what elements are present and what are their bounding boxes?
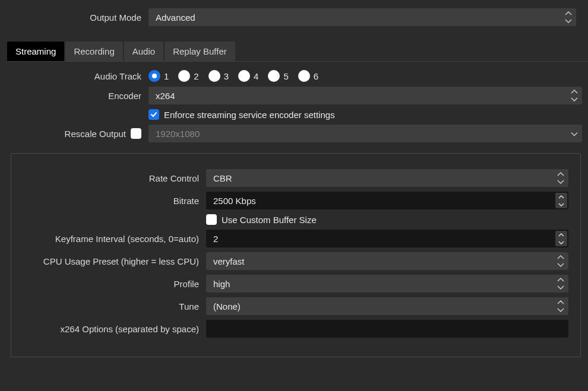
bitrate-value: 2500 Kbps (213, 196, 256, 206)
audio-track-radio-2[interactable] (178, 70, 190, 82)
keyframe-input[interactable]: 2 (206, 230, 568, 247)
custom-buffer-label: Use Custom Buffer Size (222, 215, 317, 225)
cpu-preset-label: CPU Usage Preset (higher = less CPU) (17, 256, 206, 266)
profile-select[interactable]: high (206, 275, 568, 293)
profile-value: high (213, 279, 230, 289)
chevron-down-icon[interactable] (555, 239, 567, 246)
audio-track-radio-4[interactable] (238, 70, 250, 82)
tune-label: Tune (17, 301, 206, 311)
updown-icon (569, 88, 580, 103)
tune-value: (None) (213, 301, 241, 311)
rescale-checkbox[interactable] (131, 128, 141, 139)
keyframe-spinner[interactable] (555, 231, 567, 246)
output-tabs: Streaming Recording Audio Replay Buffer (7, 42, 588, 62)
encoder-settings-panel: Rate Control CBR Bitrate 2500 Kbps (11, 153, 581, 357)
chevron-up-icon[interactable] (555, 193, 567, 201)
x264-opts-input[interactable] (206, 320, 568, 338)
audio-track-radio-3[interactable] (208, 70, 220, 82)
rescale-label: Rescale Output (65, 129, 126, 139)
custom-buffer-checkbox[interactable] (206, 214, 217, 225)
rescale-select[interactable]: 1920x1080 (148, 125, 582, 142)
chevron-down-icon (570, 129, 578, 139)
updown-icon (555, 276, 566, 291)
chevron-up-icon[interactable] (555, 231, 567, 239)
enforce-label: Enforce streaming service encoder settin… (164, 110, 335, 120)
enforce-checkbox[interactable] (148, 109, 159, 120)
rate-control-label: Rate Control (17, 173, 206, 183)
tab-streaming[interactable]: Streaming (7, 42, 64, 61)
output-mode-select[interactable]: Advanced (148, 8, 576, 26)
bitrate-label: Bitrate (17, 196, 206, 206)
rate-control-select[interactable]: CBR (206, 169, 568, 187)
output-mode-label: Output Mode (0, 12, 148, 23)
encoder-label: Encoder (0, 91, 148, 101)
encoder-value: x264 (156, 91, 175, 101)
encoder-select[interactable]: x264 (148, 87, 582, 104)
rescale-value: 1920x1080 (156, 129, 200, 139)
audio-track-radio-6[interactable] (298, 70, 310, 82)
tab-recording[interactable]: Recording (65, 42, 122, 61)
audio-track-radio-group: 1 2 3 4 5 6 (148, 70, 318, 82)
tune-select[interactable]: (None) (206, 297, 568, 315)
updown-icon (555, 298, 566, 314)
keyframe-label: Keyframe Interval (seconds, 0=auto) (17, 234, 206, 244)
cpu-preset-select[interactable]: veryfast (206, 252, 568, 270)
tab-audio[interactable]: Audio (124, 42, 163, 61)
bitrate-input[interactable]: 2500 Kbps (206, 192, 568, 209)
chevron-down-icon[interactable] (555, 201, 567, 208)
x264-opts-label: x264 Options (separated by space) (17, 324, 206, 334)
audio-track-radio-5[interactable] (268, 70, 280, 82)
updown-icon (555, 170, 566, 186)
profile-label: Profile (17, 279, 206, 289)
keyframe-value: 2 (213, 234, 218, 244)
audio-track-label: Audio Track (0, 71, 148, 81)
updown-icon (563, 9, 574, 25)
audio-track-radio-1[interactable] (148, 70, 160, 82)
tab-replay-buffer[interactable]: Replay Buffer (165, 42, 235, 61)
rate-control-value: CBR (213, 173, 232, 183)
updown-icon (555, 253, 566, 269)
output-mode-value: Advanced (156, 12, 195, 23)
bitrate-spinner[interactable] (555, 193, 567, 208)
cpu-preset-value: veryfast (213, 256, 245, 266)
